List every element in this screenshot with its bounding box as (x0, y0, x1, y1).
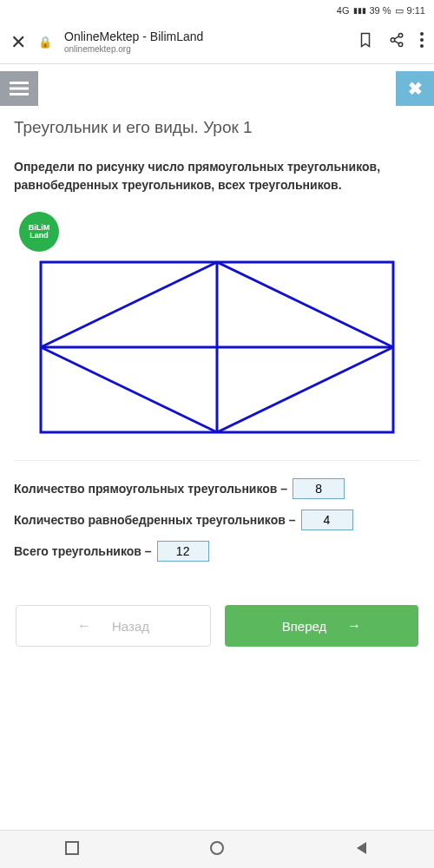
svg-rect-8 (10, 82, 29, 84)
hamburger-menu-button[interactable] (0, 71, 38, 106)
lesson-title: Треугольник и его виды. Урок 1 (14, 118, 420, 137)
forward-button[interactable]: Вперед → (225, 605, 418, 647)
bookmark-icon[interactable] (358, 32, 373, 52)
battery-percent: 39 % (370, 5, 391, 16)
svg-line-4 (394, 41, 398, 43)
total-triangles-input[interactable] (157, 541, 209, 562)
close-icon[interactable]: ✕ (10, 31, 26, 54)
svg-rect-10 (10, 93, 29, 95)
answer-row-total-triangles: Всего треугольников – (14, 541, 420, 562)
content: Треугольник и его виды. Урок 1 Определи … (0, 118, 434, 647)
svg-point-7 (420, 44, 424, 48)
lock-icon: 🔒 (38, 36, 52, 49)
network-indicator: 4G (337, 5, 350, 16)
answer-label: Количество прямоугольных треугольников – (14, 482, 287, 496)
more-icon[interactable] (420, 32, 424, 52)
isosceles-triangles-input[interactable] (301, 510, 353, 530)
svg-line-17 (41, 347, 217, 432)
svg-point-5 (420, 32, 424, 36)
page-title: OnlineMektep - BilimLand (64, 30, 345, 44)
system-nav-bar (0, 830, 434, 868)
share-icon[interactable] (389, 32, 404, 52)
svg-line-16 (217, 347, 393, 432)
svg-point-6 (420, 38, 424, 42)
recent-apps-button[interactable] (64, 840, 80, 859)
divider (14, 460, 420, 461)
svg-point-19 (211, 842, 223, 854)
nav-row: ← Назад Вперед → (14, 605, 420, 647)
svg-line-3 (394, 36, 398, 39)
svg-rect-18 (66, 842, 78, 854)
svg-point-0 (398, 34, 403, 38)
answer-label: Количество равнобедренных треугольников … (14, 513, 296, 527)
signal-indicator: ▮▮▮ (353, 6, 366, 15)
arrow-right-icon: → (347, 618, 361, 634)
svg-point-2 (398, 43, 403, 47)
forward-label: Вперед (282, 619, 327, 634)
url-block[interactable]: OnlineMektep - BilimLand onlinemektep.or… (64, 30, 345, 55)
answer-row-right-triangles: Количество прямоугольных треугольников – (14, 478, 420, 499)
top-controls: ✖ (0, 64, 434, 113)
svg-line-14 (41, 262, 217, 347)
svg-rect-9 (10, 88, 29, 90)
back-label: Назад (112, 619, 149, 634)
system-back-button[interactable] (354, 840, 370, 859)
bilimland-logo: BiLiM Land (19, 212, 59, 252)
home-button[interactable] (209, 840, 225, 859)
status-bar: 4G ▮▮▮ 39 % ▭ 9:11 (0, 0, 434, 21)
page-domain: onlinemektep.org (64, 44, 345, 55)
clock: 9:11 (407, 5, 425, 16)
close-panel-button[interactable]: ✖ (396, 71, 434, 106)
right-triangles-input[interactable] (293, 478, 345, 499)
browser-bar: ✕ 🔒 OnlineMektep - BilimLand onlinemekte… (0, 21, 434, 64)
svg-point-1 (391, 38, 395, 43)
question-text: Определи по рисунку число прямоугольных … (14, 158, 420, 194)
answer-label: Всего треугольников – (14, 544, 152, 558)
triangle-diagram (14, 260, 420, 434)
battery-icon: ▭ (395, 5, 404, 16)
answer-row-isosceles-triangles: Количество равнобедренных треугольников … (14, 510, 420, 530)
back-button[interactable]: ← Назад (16, 605, 211, 647)
svg-line-15 (217, 262, 393, 347)
arrow-left-icon: ← (77, 618, 91, 634)
